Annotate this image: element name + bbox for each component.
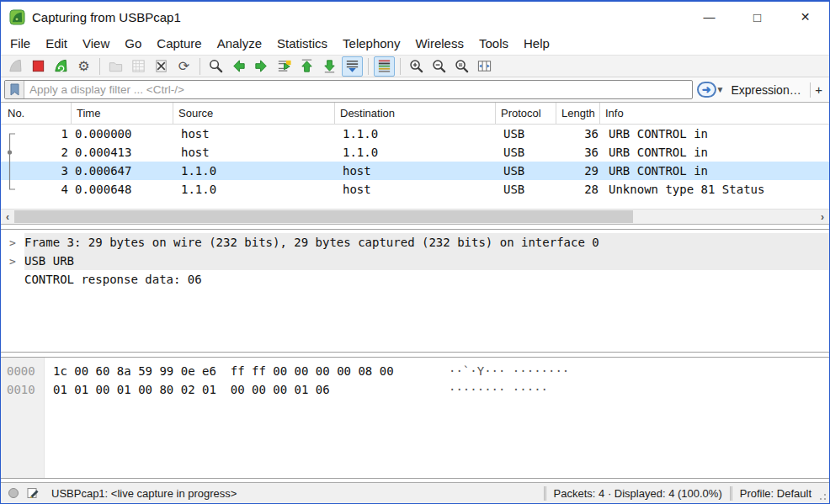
cell-source: 1.1.0 xyxy=(173,164,335,178)
detail-row-control-response[interactable]: CONTROL response data: 06 xyxy=(1,270,829,289)
packet-details-pane: > Frame 3: 29 bytes on wire (232 bits), … xyxy=(1,229,829,353)
close-capture-file-button[interactable] xyxy=(151,56,172,77)
bookmark-icon xyxy=(10,83,19,96)
packets-summary: Packets: 4 · Displayed: 4 (100.0%) xyxy=(554,487,722,500)
scroll-right-button[interactable]: › xyxy=(816,211,829,223)
cell-info: URB_CONTROL in xyxy=(600,146,829,159)
expand-chevron-icon[interactable]: > xyxy=(1,255,24,268)
filter-history-dropdown-button[interactable]: ▼ xyxy=(716,85,725,94)
packet-list-header: No. Time Source Destination Protocol Len… xyxy=(1,103,829,125)
menu-item-view[interactable]: View xyxy=(75,32,117,55)
close-button[interactable]: ✕ xyxy=(781,2,829,32)
go-to-last-packet-button[interactable] xyxy=(319,56,340,77)
menu-item-statistics[interactable]: Statistics xyxy=(269,32,335,55)
zoom-in-button[interactable] xyxy=(406,56,427,77)
column-header-destination[interactable]: Destination xyxy=(335,103,496,124)
zoom-in-icon xyxy=(408,58,424,74)
minimize-button[interactable]: — xyxy=(685,2,733,32)
go-to-packet-button[interactable] xyxy=(274,56,295,77)
toolbar-separator xyxy=(200,58,200,75)
column-header-time[interactable]: Time xyxy=(72,103,173,124)
cell-info: URB_CONTROL in xyxy=(600,127,829,141)
detail-row-frame[interactable]: > Frame 3: 29 bytes on wire (232 bits), … xyxy=(1,233,829,252)
profile-button[interactable]: Profile: Default xyxy=(740,487,811,500)
column-header-info[interactable]: Info xyxy=(600,103,829,124)
hex-line[interactable]: 0010 01 01 00 01 00 80 02 01 00 00 00 01… xyxy=(1,380,829,399)
scrollbar-thumb[interactable] xyxy=(14,210,633,223)
open-capture-file-button[interactable] xyxy=(105,56,126,77)
stop-capture-icon xyxy=(30,58,46,74)
auto-scroll-live-capture-button[interactable] xyxy=(342,56,363,77)
statusbar-separator xyxy=(544,486,546,501)
display-filter-input[interactable] xyxy=(24,81,692,98)
main-toolbar: ⚙ ⟳ xyxy=(1,55,829,77)
detail-text: USB URB xyxy=(24,252,829,270)
resize-columns-button[interactable] xyxy=(474,56,495,77)
packet-rows: 1 0.000000 host 1.1.0 USB 36 URB_CONTROL… xyxy=(1,125,829,199)
go-forward-button[interactable] xyxy=(251,56,272,77)
find-packet-button[interactable] xyxy=(205,56,226,77)
restart-capture-button[interactable] xyxy=(51,56,72,77)
toolbar-separator xyxy=(99,58,100,75)
menu-item-go[interactable]: Go xyxy=(117,32,149,55)
hex-line[interactable]: 0000 1c 00 60 8a 59 99 0e e6 ff ff 00 00… xyxy=(1,362,829,380)
open-file-icon xyxy=(108,58,124,74)
toolbar-separator xyxy=(368,58,369,75)
stop-capture-button[interactable] xyxy=(28,56,49,77)
filter-bookmark-button[interactable] xyxy=(5,81,24,98)
apply-filter-button[interactable]: ➜ xyxy=(697,82,716,98)
packet-row[interactable]: 4 0.000648 1.1.0 host USB 28 Unknown typ… xyxy=(1,180,829,199)
go-back-button[interactable] xyxy=(228,56,249,77)
cell-source: 1.1.0 xyxy=(173,183,335,196)
menu-item-file[interactable]: File xyxy=(3,32,38,55)
restart-capture-fin-icon xyxy=(53,58,69,74)
expression-button[interactable]: Expression… xyxy=(731,83,801,97)
zoom-normal-size-button[interactable] xyxy=(451,56,472,77)
column-header-no[interactable]: No. xyxy=(1,103,72,124)
gear-icon: ⚙ xyxy=(77,60,89,73)
zoom-out-button[interactable] xyxy=(428,56,450,77)
arrow-up-bar-icon xyxy=(299,58,315,74)
menu-item-analyze[interactable]: Analyze xyxy=(210,32,269,55)
packet-row[interactable]: 1 0.000000 host 1.1.0 USB 36 URB_CONTROL… xyxy=(1,125,829,143)
resize-grip-icon[interactable] xyxy=(815,489,827,501)
menu-item-capture[interactable]: Capture xyxy=(149,32,209,55)
capture-options-button[interactable]: ⚙ xyxy=(73,56,94,77)
scrollbar-track[interactable] xyxy=(14,210,816,224)
horizontal-scrollbar[interactable]: ‹ › xyxy=(1,209,829,224)
hex-bytes: 1c 00 60 8a 59 99 0e e6 ff ff 00 00 00 0… xyxy=(53,364,394,378)
go-to-first-packet-button[interactable] xyxy=(296,56,317,77)
cell-source: host xyxy=(173,127,335,141)
column-header-protocol[interactable]: Protocol xyxy=(496,103,556,124)
detail-text: Frame 3: 29 bytes on wire (232 bits), 29… xyxy=(24,233,829,252)
column-header-source[interactable]: Source xyxy=(173,103,335,124)
expert-info-icon[interactable] xyxy=(8,488,19,498)
add-filter-button[interactable]: + xyxy=(813,82,824,97)
save-file-icon xyxy=(130,58,146,74)
menu-item-help[interactable]: Help xyxy=(516,32,557,55)
expand-chevron-icon[interactable]: > xyxy=(1,236,24,249)
toolbar-separator xyxy=(400,58,401,75)
cell-destination: 1.1.0 xyxy=(335,127,496,141)
statusbar: USBPcap1: <live capture in progress> Pac… xyxy=(1,482,829,503)
menu-item-telephony[interactable]: Telephony xyxy=(335,32,407,55)
hex-ascii: ··`·Y··· ········ xyxy=(449,364,569,378)
detail-row-usb-urb[interactable]: > USB URB xyxy=(1,252,829,270)
menu-item-tools[interactable]: Tools xyxy=(471,32,516,55)
packet-row[interactable]: 2 0.000413 host 1.1.0 USB 36 URB_CONTROL… xyxy=(1,143,829,162)
hex-dump-pane: 0000 1c 00 60 8a 59 99 0e e6 ff ff 00 00… xyxy=(1,357,829,479)
menu-item-wireless[interactable]: Wireless xyxy=(407,32,471,55)
cell-length: 28 xyxy=(556,183,600,196)
column-header-length[interactable]: Length xyxy=(556,103,600,124)
colorize-packets-button[interactable] xyxy=(374,56,395,77)
scroll-left-button[interactable]: ‹ xyxy=(1,211,14,223)
start-capture-fin-icon xyxy=(8,58,24,74)
packet-row-selected[interactable]: 3 0.000647 1.1.0 host USB 29 URB_CONTROL… xyxy=(1,162,829,180)
reload-file-button[interactable]: ⟳ xyxy=(173,56,194,77)
save-capture-file-button[interactable] xyxy=(128,56,149,77)
maximize-button[interactable]: □ xyxy=(733,2,781,32)
start-capture-button[interactable] xyxy=(5,56,26,77)
menu-item-edit[interactable]: Edit xyxy=(38,32,75,55)
cell-protocol: USB xyxy=(496,146,556,159)
annotate-capture-icon[interactable] xyxy=(26,486,40,500)
